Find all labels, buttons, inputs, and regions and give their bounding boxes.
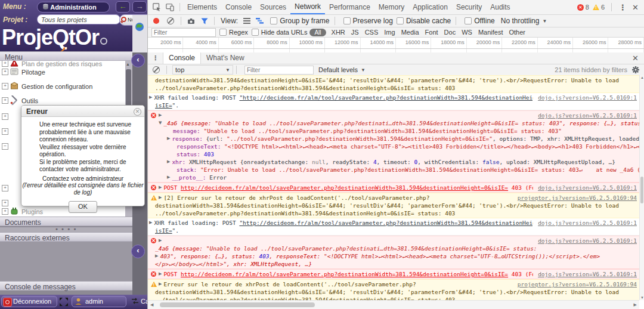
section-documents[interactable]: Documents [0,217,132,226]
resize-handle[interactable]: ● ● ● ● [0,227,132,232]
filter-type-all[interactable]: All [309,29,326,36]
section-console-messages[interactable]: Console de messages [0,281,132,291]
inspect-element-icon[interactable] [153,3,161,11]
menu-item-gestion-configuration[interactable]: + Gestion de configuration [0,80,126,93]
section-raccourcis-externes[interactable]: Raccourcis externes [0,232,132,242]
collapse-panel-button-bottom[interactable]: ‹ [131,245,145,258]
device-toolbar-icon[interactable] [166,3,174,11]
expand-caret[interactable]: ▼ [159,119,162,127]
group-by-frame-checkbox[interactable] [270,17,277,24]
offline-label[interactable]: Offline [474,17,494,25]
filter-type-css[interactable]: CSS [362,29,382,36]
expand-caret[interactable]: ▶ [159,194,162,202]
filter-type-doc[interactable]: Doc [441,29,459,36]
filter-type-media[interactable]: Media [398,29,422,36]
menu-item-pilotage[interactable]: + Pilotage [0,66,126,79]
filter-type-other[interactable]: Other [506,29,528,36]
menu-expand-box[interactable]: + [2,185,8,191]
context-selector[interactable]: top ▼ [172,65,233,75]
clear-console-icon[interactable] [153,66,160,73]
drawer-tab-console[interactable]: Console [163,52,201,64]
network-filter-input[interactable] [151,28,216,37]
expand-caret[interactable]: ▶ [167,158,170,166]
tab-elements[interactable]: Elements [183,1,221,14]
scroll-up-icon[interactable]: ▲ [126,62,130,66]
console-horizontal-scrollbar[interactable]: ◀ ▶ [148,300,639,309]
throttling-dropdown-arrow[interactable]: ▼ [542,18,547,24]
tab-network[interactable]: Network [290,1,325,14]
expand-caret[interactable]: ▶ [167,174,170,181]
source-link[interactable]: dojo.js?version=V6.2.5.0169:1 [533,270,639,278]
console-vertical-scrollbar[interactable]: ▲ ▼ [639,75,644,300]
disable-cache-label[interactable]: Disable cache [406,17,451,25]
tab-audits[interactable]: Audits [486,1,514,14]
switch-icon[interactable] [131,298,139,304]
ok-button[interactable]: OK [69,201,97,213]
filter-type-ws[interactable]: WS [459,29,475,36]
group-by-frame-label[interactable]: Group by frame [280,17,329,25]
tab-console[interactable]: Console [221,1,256,14]
more-button-label[interactable]: Cac [141,298,147,305]
source-link[interactable]: dojo.js?version=V6.2.5.0169:1 [533,112,639,119]
drawer-tab-what-s-new[interactable]: What's New [201,52,250,64]
filter-type-js[interactable]: JS [348,29,362,36]
menu-dropdown[interactable]: Administration [37,2,110,13]
project-input[interactable] [37,14,120,24]
tab-performance[interactable]: Performance [325,1,374,14]
devtools-close-icon[interactable]: ✕ [631,3,644,12]
menu-expand-box[interactable]: − [2,143,8,150]
source-link[interactable]: dojo.js?version=V6.2.5.0169:1 [533,237,639,245]
expand-caret[interactable]: ▶ [167,135,170,143]
source-link[interactable]: projeqtor.js?version=V6.2.5.0169:94 [513,280,639,288]
filter-icon[interactable] [201,18,208,24]
levels-dropdown[interactable]: Default levels [318,66,358,73]
console-settings-gear-icon[interactable] [632,66,639,73]
drawer-close-icon[interactable]: ✕ [631,54,644,63]
hide-data-urls-checkbox[interactable] [252,29,259,36]
expand-caret[interactable]: ▶ [159,280,162,288]
error-count[interactable]: 8 [586,4,589,11]
menu-section-header[interactable]: Menu [0,51,132,61]
logout-button[interactable]: Déconnexion [1,296,57,307]
menu-expand-box[interactable]: + [2,200,8,206]
expand-caret[interactable]: ▶ [159,184,162,191]
preserve-log-label[interactable]: Preserve log [353,17,393,25]
expand-arrows-icon[interactable] [59,297,69,307]
disable-cache-checkbox[interactable] [397,17,404,24]
overview-waterfall-icon[interactable] [256,18,264,24]
filter-type-font[interactable]: Font [422,29,441,36]
tab-application[interactable]: Application [408,1,452,14]
source-link[interactable]: dojo.js?version=V6.2.5.0169:1 [533,219,639,227]
hide-data-urls-label[interactable]: Hide data URLs [261,29,308,36]
screenshot-camera-icon[interactable] [187,18,195,24]
expand-caret[interactable]: ▶ [159,237,162,245]
warning-count-icon[interactable]: ! [593,4,599,10]
filter-type-xhr[interactable]: XHR [329,29,348,36]
menu-expand-box[interactable]: + [2,113,8,120]
request-rows-view-icon[interactable] [243,18,250,24]
user-button[interactable]: admin [72,296,126,307]
expand-caret[interactable]: ▶ [149,219,152,227]
record-button[interactable] [153,18,159,24]
tab-sources[interactable]: Sources [256,1,290,14]
throttling-dropdown[interactable]: No throttling [501,17,540,25]
forward-button[interactable]: → [132,1,147,13]
error-count-icon[interactable]: ✕ [577,4,584,11]
warning-count[interactable]: 6 [601,4,605,11]
levels-dropdown-arrow[interactable]: ▼ [361,67,366,73]
regex-label[interactable]: Regex [229,29,248,36]
console-filter-input[interactable] [244,66,314,75]
back-button[interactable]: ← [116,1,130,13]
menu-item-plugins[interactable]: + Plugins [0,205,126,217]
devtools-menu-icon[interactable]: ⋮ [615,3,631,12]
dialog-close-icon[interactable]: ✕ [134,108,141,116]
filter-type-manifest[interactable]: Manifest [475,29,506,36]
drawer-menu-icon[interactable]: ⋮ [148,54,163,62]
regex-checkbox[interactable] [219,29,227,36]
source-link[interactable]: projeqtor.js?version=V6.2.5.0169:94 [513,194,639,202]
menu-expand-box[interactable]: + [2,128,8,135]
preserve-log-checkbox[interactable] [343,17,351,24]
tab-memory[interactable]: Memory [374,1,408,14]
expand-caret[interactable]: ▶ [159,112,162,119]
tab-security[interactable]: Security [452,1,486,14]
